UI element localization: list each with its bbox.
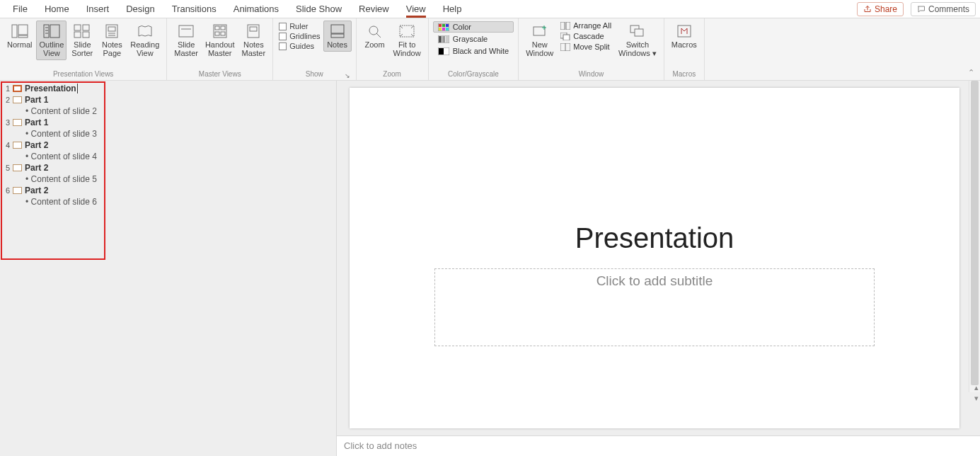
group-color-grayscale: Color Grayscale Black and White Color/Gr… (429, 18, 519, 80)
color-button[interactable]: Color (433, 21, 514, 33)
outline-slide-icon[interactable] (13, 164, 22, 171)
outline-slide-body[interactable]: • Content of slide 6 (3, 197, 333, 207)
outline-slide-body[interactable]: • Content of slide 2 (3, 106, 333, 116)
notes-pane[interactable]: Click to add notes (337, 435, 980, 456)
reading-view-label: Reading View (130, 40, 159, 57)
group-presentation-views-label: Presentation Views (4, 70, 162, 79)
move-split-button[interactable]: Move Split (558, 42, 614, 52)
zoom-button[interactable]: Zoom (361, 21, 389, 52)
tab-transitions[interactable]: Transitions (163, 0, 225, 18)
ruler-checkbox[interactable]: Ruler (279, 22, 320, 30)
svg-rect-36 (446, 28, 449, 30)
grayscale-button[interactable]: Grayscale (433, 33, 514, 45)
outline-slide-number: 4 (3, 141, 10, 149)
show-dialog-launcher[interactable]: ↘ (345, 72, 352, 79)
notes-button[interactable]: Notes (323, 21, 352, 52)
outline-slide-row[interactable]: 2Part 1• Content of slide 2 (3, 95, 333, 116)
tab-help[interactable]: Help (434, 0, 471, 18)
group-zoom: Zoom Fit to Window Zoom (357, 18, 429, 80)
group-macros-label: Macros (669, 70, 700, 79)
reading-view-button[interactable]: Reading View (127, 21, 162, 60)
outline-slide-row[interactable]: 4Part 2• Content of slide 4 (3, 140, 333, 161)
slide-title-text[interactable]: Presentation (575, 222, 734, 254)
guides-checkbox[interactable]: Guides (279, 42, 320, 50)
outline-slide-body[interactable]: • Content of slide 5 (3, 174, 333, 184)
workspace: 1Presentation2Part 1• Content of slide 2… (0, 81, 980, 456)
outline-slide-body[interactable]: • Content of slide 3 (3, 129, 333, 139)
arrange-all-icon (560, 22, 570, 30)
notes-master-button[interactable]: Notes Master (239, 21, 269, 60)
svg-line-28 (376, 33, 381, 38)
outline-slide-icon[interactable] (13, 119, 22, 126)
tab-slideshow[interactable]: Slide Show (287, 0, 350, 18)
outline-slide-title[interactable]: Presentation (25, 84, 78, 93)
normal-view-label: Normal (7, 40, 32, 49)
outline-pane[interactable]: 1Presentation2Part 1• Content of slide 2… (0, 81, 336, 456)
slide-master-button[interactable]: Slide Master (171, 21, 201, 60)
outline-slide-icon[interactable] (13, 142, 22, 149)
tab-file[interactable]: File (4, 0, 36, 18)
share-icon (863, 5, 872, 13)
move-split-icon (560, 43, 570, 51)
svg-rect-39 (442, 36, 445, 42)
vertical-scrollbar-thumb[interactable] (971, 81, 979, 385)
slide-sorter-icon (74, 23, 91, 39)
outline-slide-title[interactable]: Part 2 (25, 186, 48, 195)
outline-slide-icon[interactable] (13, 187, 22, 194)
gridlines-checkbox[interactable]: Gridlines (279, 32, 320, 40)
arrange-all-button[interactable]: Arrange All (558, 21, 614, 30)
vertical-scrollbar[interactable] (969, 81, 980, 392)
color-icon (438, 23, 449, 31)
outline-slide-title[interactable]: Part 1 (25, 95, 48, 105)
outline-view-button[interactable]: Outline View (36, 21, 67, 60)
outline-slide-title[interactable]: Part 1 (25, 118, 48, 127)
switch-windows-button[interactable]: Switch Windows ▾ (616, 21, 659, 60)
svg-rect-50 (563, 35, 570, 40)
outline-slide-row[interactable]: 6Part 2• Content of slide 6 (3, 186, 333, 207)
tab-review[interactable]: Review (350, 0, 398, 18)
outline-slide-title[interactable]: Part 2 (25, 163, 48, 173)
cascade-button[interactable]: Cascade (558, 31, 614, 41)
outline-slide-row[interactable]: 5Part 2• Content of slide 5 (3, 163, 333, 184)
collapse-ribbon-button[interactable]: ⌃ (968, 68, 974, 77)
outline-slide-icon[interactable] (13, 96, 22, 103)
outline-slide-row[interactable]: 1Presentation (3, 84, 333, 93)
notes-page-button[interactable]: Notes Page (98, 21, 126, 60)
share-button[interactable]: Share (857, 2, 904, 16)
svg-rect-47 (560, 22, 565, 30)
slide-canvas[interactable]: Presentation Click to add subtitle (350, 88, 959, 428)
outline-view-label: Outline View (39, 40, 64, 57)
group-color-grayscale-label: Color/Grayscale (433, 70, 514, 79)
ribbon: Normal Outline View Slide Sorter Notes P… (0, 18, 980, 81)
tab-animations[interactable]: Animations (225, 0, 287, 18)
outline-slide-number: 5 (3, 164, 10, 172)
slide-subtitle-placeholder[interactable]: Click to add subtitle (434, 268, 875, 346)
slide-master-icon (178, 23, 195, 39)
svg-rect-40 (446, 36, 449, 42)
black-white-button[interactable]: Black and White (433, 45, 514, 57)
outline-list: 1Presentation2Part 1• Content of slide 2… (0, 81, 336, 211)
comments-label: Comments (928, 4, 969, 14)
handout-master-button[interactable]: Handout Master (202, 21, 238, 60)
outline-slide-icon[interactable] (13, 85, 22, 92)
tab-home[interactable]: Home (36, 0, 78, 18)
notes-page-label: Notes Page (102, 40, 122, 57)
notes-icon (329, 23, 346, 39)
handout-master-label: Handout Master (205, 40, 235, 57)
fit-to-window-button[interactable]: Fit to Window (391, 21, 424, 60)
prev-slide-button[interactable]: ▴ (974, 383, 979, 392)
outline-slide-row[interactable]: 3Part 1• Content of slide 3 (3, 118, 333, 139)
cascade-label: Cascade (573, 32, 604, 40)
new-window-button[interactable]: New Window (523, 21, 556, 60)
slide-sorter-button[interactable]: Slide Sorter (68, 21, 96, 60)
next-slide-button[interactable]: ▾ (974, 394, 979, 403)
normal-view-button[interactable]: Normal (4, 21, 35, 52)
tab-insert[interactable]: Insert (78, 0, 118, 18)
macros-button[interactable]: Macros (669, 21, 700, 52)
handout-master-icon (212, 23, 229, 39)
menu-tabs-right: Share Comments (857, 2, 976, 16)
outline-slide-title[interactable]: Part 2 (25, 140, 48, 150)
tab-design[interactable]: Design (117, 0, 163, 18)
outline-slide-body[interactable]: • Content of slide 4 (3, 152, 333, 161)
comments-button[interactable]: Comments (911, 2, 976, 16)
